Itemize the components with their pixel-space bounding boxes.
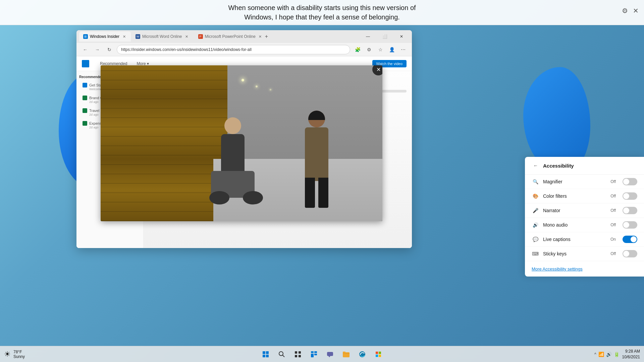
more-accessibility-settings-link[interactable]: More Accessibility settings: [532, 266, 583, 272]
svg-rect-19: [376, 352, 378, 354]
hair: [308, 111, 325, 120]
tab-label-ppt: Microsoft PowerPoint Online: [205, 34, 256, 39]
panel-back-button[interactable]: ←: [532, 162, 540, 170]
panel-item-color-filters[interactable]: 🎨 Color filters Off: [525, 189, 644, 203]
video-close-icon: ✕: [376, 66, 381, 73]
settings-icon[interactable]: ⚙: [622, 7, 628, 15]
tab-close-windows-insider[interactable]: ✕: [121, 34, 127, 39]
panel-header: ← Accessibility: [525, 157, 644, 175]
mono-audio-toggle[interactable]: [623, 221, 637, 229]
store-button[interactable]: [371, 347, 386, 362]
store-icon: [375, 351, 382, 358]
sidebar-recommended-label: Recommended: [79, 75, 103, 79]
live-captions-toggle-knob: [631, 236, 637, 242]
panel-item-narrator[interactable]: 🎤 Narrator Off: [525, 203, 644, 218]
volume-icon[interactable]: 🔊: [606, 352, 612, 357]
wifi-icon[interactable]: 📶: [598, 352, 604, 357]
taskbar-right: ^ 📶 🔊 🔋 9:28 AM 10/6/2021: [594, 349, 640, 360]
leg-left: [305, 178, 315, 208]
profile-icon[interactable]: 👤: [387, 45, 396, 54]
back-button[interactable]: ←: [80, 45, 90, 54]
color-filters-icon: 🎨: [532, 192, 539, 200]
accessibility-panel: ← Accessibility 🔍 Magnifier Off 🎨 Color …: [525, 157, 644, 277]
narrator-toggle[interactable]: [623, 207, 637, 214]
color-filters-label: Color filters: [543, 193, 606, 199]
svg-rect-3: [266, 355, 269, 357]
edge-button[interactable]: [355, 347, 370, 362]
close-button[interactable]: ✕: [394, 32, 409, 42]
collections-icon[interactable]: ☆: [376, 45, 385, 54]
svg-rect-6: [295, 351, 297, 354]
tab-powerpoint-online[interactable]: P Microsoft PowerPoint Online ✕: [194, 32, 261, 42]
quote-line-2: Windows, I hope that they feel a sense o…: [244, 13, 400, 21]
standing-body: [305, 127, 328, 181]
svg-rect-0: [263, 351, 265, 354]
live-captions-toggle[interactable]: [623, 236, 637, 243]
panel-item-mono-audio[interactable]: 🔊 Mono audio Off: [525, 218, 644, 232]
live-captions-icon: 💬: [532, 236, 539, 243]
minimize-button[interactable]: —: [360, 32, 376, 42]
widgets-button[interactable]: [307, 347, 321, 362]
svg-rect-2: [263, 355, 265, 357]
narrator-toggle-knob: [623, 207, 629, 214]
sticky-keys-status: Off: [610, 251, 616, 256]
weather-icon: ☀: [4, 350, 11, 359]
quote-line-1: When someone with a disability starts us…: [228, 4, 416, 11]
tab-close-word[interactable]: ✕: [184, 34, 190, 39]
wheelchair-wheel-left: [209, 191, 229, 204]
tab-bar: ⊞ Windows Insider ✕ W Microsoft Word Onl…: [79, 30, 359, 43]
travel-itinerary-icon: [83, 108, 87, 113]
task-view-button[interactable]: [290, 347, 305, 362]
hallway-light-2: [256, 85, 258, 87]
tab-label-word: Microsoft Word Online: [142, 34, 182, 39]
start-button[interactable]: [258, 347, 273, 362]
tab-label-windows-insider: Windows Insider: [90, 34, 119, 39]
chat-button[interactable]: [323, 347, 337, 362]
svg-rect-20: [379, 352, 381, 354]
panel-item-live-captions[interactable]: 💬 Live captions On: [525, 232, 644, 247]
extensions-icon[interactable]: 🧩: [353, 45, 362, 54]
mono-audio-label: Mono audio: [543, 222, 606, 228]
widgets-icon: [311, 351, 317, 358]
color-filters-toggle[interactable]: [623, 192, 637, 200]
file-explorer-icon: [342, 351, 350, 358]
tab-word-online[interactable]: W Microsoft Word Online ✕: [131, 32, 193, 42]
person-wheelchair-figure: [208, 114, 265, 208]
maximize-button[interactable]: ⬜: [377, 32, 392, 42]
show-hidden-icons[interactable]: ^: [594, 352, 596, 357]
search-button[interactable]: [274, 347, 289, 362]
panel-item-magnifier[interactable]: 🔍 Magnifier Off: [525, 175, 644, 189]
window-controls: — ⬜ ✕: [360, 32, 409, 42]
svg-rect-1: [266, 351, 269, 354]
svg-rect-12: [311, 354, 314, 357]
weather-widget[interactable]: ☀ 78°F Sunny: [4, 350, 25, 359]
close-quote-button[interactable]: ✕: [633, 7, 639, 15]
forward-button[interactable]: →: [93, 45, 102, 54]
mono-audio-toggle-knob: [623, 222, 629, 228]
new-tab-button[interactable]: +: [262, 32, 271, 41]
refresh-button[interactable]: ↻: [105, 45, 114, 54]
system-clock[interactable]: 9:28 AM 10/6/2021: [622, 349, 640, 360]
weather-temp: 78°F: [13, 350, 25, 354]
tab-close-ppt[interactable]: ✕: [258, 34, 261, 39]
svg-line-5: [283, 355, 285, 357]
mono-audio-status: Off: [610, 223, 616, 227]
svg-rect-7: [299, 351, 301, 354]
tab-windows-insider[interactable]: ⊞ Windows Insider ✕: [79, 32, 131, 42]
start-icon: [262, 351, 269, 358]
magnifier-toggle[interactable]: [623, 178, 637, 185]
panel-item-sticky-keys[interactable]: ⌨ Sticky keys Off: [525, 247, 644, 261]
windows-logo: [82, 60, 89, 67]
svg-rect-11: [314, 351, 317, 353]
sticky-keys-toggle[interactable]: [623, 250, 637, 257]
settings-browser-icon[interactable]: ⚙: [364, 45, 374, 54]
panel-footer[interactable]: More Accessibility settings: [525, 261, 644, 277]
file-explorer-button[interactable]: [339, 347, 354, 362]
more-tools-icon[interactable]: ⋯: [398, 45, 408, 54]
color-filters-status: Off: [610, 194, 616, 198]
svg-marker-15: [328, 356, 330, 357]
live-captions-status: On: [610, 237, 616, 242]
url-input[interactable]: https://insider.windows.com/en-us/inside…: [117, 45, 350, 54]
magnifier-icon: 🔍: [532, 178, 539, 185]
battery-icon[interactable]: 🔋: [614, 352, 620, 357]
